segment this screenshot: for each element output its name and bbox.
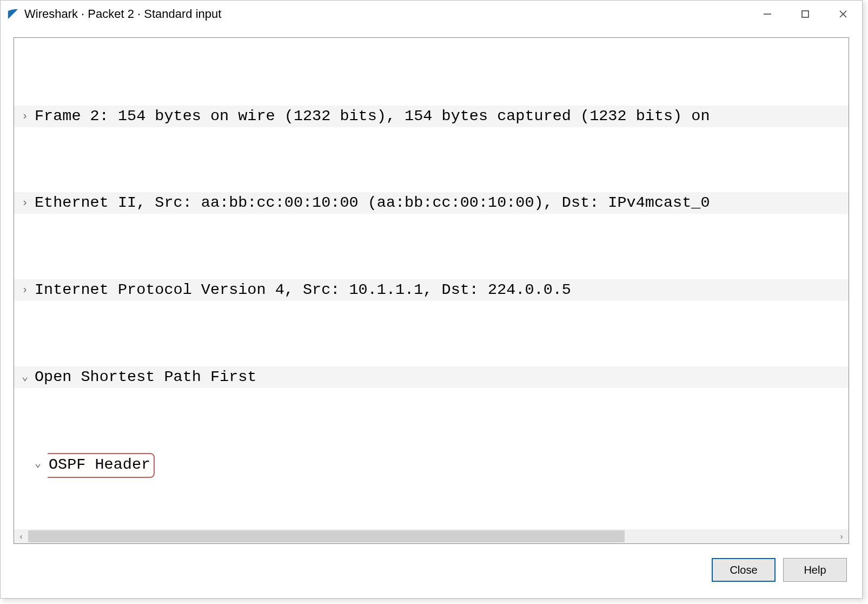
window-title: Wireshark · Packet 2 · Standard input <box>24 7 221 21</box>
minimize-button[interactable] <box>748 1 786 28</box>
tree-row-ospf[interactable]: ⌄ Open Shortest Path First <box>14 366 849 388</box>
help-button[interactable]: Help <box>783 558 847 582</box>
wireshark-fin-icon <box>7 8 19 20</box>
scroll-left-icon[interactable]: ‹ <box>14 529 28 543</box>
maximize-button[interactable] <box>786 1 824 28</box>
title-bar: Wireshark · Packet 2 · Standard input <box>1 1 862 28</box>
tree-text: OSPF Header <box>48 453 849 478</box>
close-window-button[interactable] <box>824 1 862 28</box>
tree-text: Ethernet II, Src: aa:bb:cc:00:10:00 (aa:… <box>35 192 849 214</box>
window-controls <box>748 1 862 28</box>
packet-tree[interactable]: › Frame 2: 154 bytes on wire (1232 bits)… <box>14 38 849 544</box>
scrollbar-track[interactable] <box>28 529 834 543</box>
tree-row[interactable]: Version: 2 <box>14 543 849 544</box>
ospf-header-highlight: OSPF Header <box>48 453 155 478</box>
svg-rect-1 <box>802 11 809 17</box>
horizontal-scrollbar[interactable]: ‹ › <box>14 529 849 543</box>
chevron-right-icon[interactable]: › <box>22 279 35 298</box>
tree-text: Version: 2 <box>22 543 849 544</box>
chevron-down-icon[interactable]: ⌄ <box>35 453 48 471</box>
tree-row-ethernet[interactable]: › Ethernet II, Src: aa:bb:cc:00:10:00 (a… <box>14 192 849 214</box>
tree-text: Open Shortest Path First <box>35 366 849 388</box>
tree-text: Frame 2: 154 bytes on wire (1232 bits), … <box>35 106 849 127</box>
tree-text: Internet Protocol Version 4, Src: 10.1.1… <box>35 279 849 301</box>
packet-details-panel: › Frame 2: 154 bytes on wire (1232 bits)… <box>14 37 849 544</box>
window-frame: Wireshark · Packet 2 · Standard input › … <box>0 0 863 599</box>
close-button[interactable]: Close <box>712 558 776 582</box>
scrollbar-thumb[interactable] <box>28 530 625 542</box>
scroll-right-icon[interactable]: › <box>834 529 849 543</box>
tree-row-ospf-header[interactable]: ⌄ OSPF Header <box>14 453 849 478</box>
chevron-down-icon[interactable]: ⌄ <box>22 366 35 385</box>
tree-row-ip[interactable]: › Internet Protocol Version 4, Src: 10.1… <box>14 279 849 301</box>
chevron-right-icon[interactable]: › <box>22 106 35 124</box>
chevron-right-icon[interactable]: › <box>22 192 35 211</box>
dialog-button-bar: Close Help <box>712 558 847 582</box>
tree-row-frame[interactable]: › Frame 2: 154 bytes on wire (1232 bits)… <box>14 106 849 127</box>
